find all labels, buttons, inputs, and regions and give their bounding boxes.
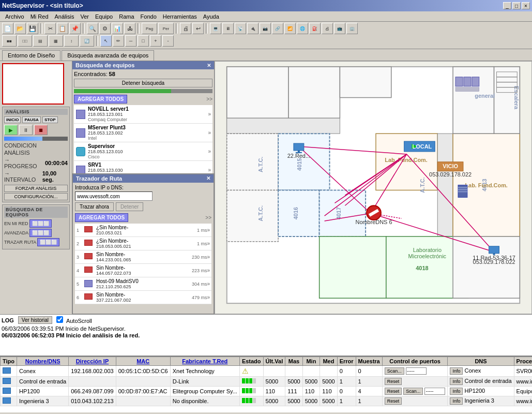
device-tb5[interactable]: 📷 xyxy=(260,23,271,34)
map-server-mid[interactable] xyxy=(458,185,467,198)
info-btn-3[interactable]: Info xyxy=(450,388,463,395)
menu-rama[interactable]: Rama xyxy=(116,12,137,21)
th-control[interactable]: Control de puertos xyxy=(382,357,448,366)
tb-r2-2[interactable]: □□ xyxy=(18,35,32,47)
tb-r2-6[interactable]: 🔄 xyxy=(80,35,94,47)
copy-btn[interactable]: 📋 xyxy=(57,23,68,34)
device-tb4[interactable]: 🔌 xyxy=(247,23,259,34)
device-tb12[interactable]: 🏢 xyxy=(346,23,358,34)
new-btn[interactable]: 📄 xyxy=(2,23,13,34)
route-add-all-btn[interactable]: AGREGAR TODOS xyxy=(75,213,128,222)
paste-btn[interactable]: 📌 xyxy=(69,23,81,34)
th-ultval[interactable]: Últ.Val xyxy=(263,357,285,366)
device-tb2[interactable]: 🖥 xyxy=(222,23,234,34)
tab-search[interactable]: Búsqueda avanzada de equipos xyxy=(62,50,154,61)
info-btn-4[interactable]: Info xyxy=(450,397,463,405)
trazar-ruta-btn[interactable]: ⬜⬜⬜ xyxy=(37,238,59,246)
menu-equipo[interactable]: Equipo xyxy=(92,12,116,21)
pause-btn[interactable]: ⏸ xyxy=(19,125,33,135)
table-row[interactable]: Control de entrada D-Link 5000 5000 5000… xyxy=(1,377,533,387)
scan-btn-3[interactable]: Scan... xyxy=(403,388,423,395)
zoom-in-tool[interactable]: + xyxy=(150,35,161,47)
menu-analisis[interactable]: Análisis xyxy=(52,12,78,21)
info-btn-1[interactable]: Info xyxy=(450,367,463,375)
tb7[interactable]: Pag xyxy=(142,23,157,34)
draw-tool[interactable]: ✏ xyxy=(113,35,124,47)
menu-fondo[interactable]: Fondo xyxy=(138,12,160,21)
th-muestra[interactable]: Muestra xyxy=(356,357,382,366)
route-item-4[interactable]: 4 Sin Nombre- 144.057.022.073 223 ms » xyxy=(75,264,211,277)
autoscroll-checkbox[interactable] xyxy=(56,316,63,323)
local-device[interactable]: LOCAL xyxy=(404,141,435,152)
device-tb9[interactable]: ⛽ xyxy=(309,23,321,34)
en-mi-red-btn[interactable]: ⬜⬜⬜ xyxy=(29,219,52,228)
tab-design[interactable]: Entorno de Diseño xyxy=(2,50,60,61)
route-close[interactable]: ✕ xyxy=(206,175,210,182)
line-tool[interactable]: ─ xyxy=(125,35,136,47)
tb-r2-1[interactable]: ■■ xyxy=(2,35,17,47)
play-btn[interactable]: ▶ xyxy=(4,125,18,135)
route-item-1[interactable]: 1 ¿Sin Nombre- 210.053.021 1 ms » xyxy=(75,224,211,237)
scan-btn-1[interactable]: Scan... xyxy=(385,367,404,375)
rect-tool[interactable]: □ xyxy=(138,35,149,47)
force-analysis-btn[interactable]: FORZAR ANÁLISIS xyxy=(4,185,68,192)
save-btn[interactable]: 💾 xyxy=(27,23,38,34)
tb6[interactable]: 🖧 xyxy=(124,23,135,34)
info-btn-2[interactable]: Info xyxy=(450,378,463,385)
th-fabricante[interactable]: Fabricante T.Red xyxy=(170,357,239,366)
cut-btn[interactable]: ✂ xyxy=(44,23,56,34)
device-tb3[interactable]: 📡 xyxy=(235,23,246,34)
th-mac[interactable]: MAC xyxy=(116,357,170,366)
table-row[interactable]: HP1200 066.249.087.099 00:0D:87:00:E7:AC… xyxy=(1,387,533,396)
table-row[interactable]: Conex 192.168.002.003 00:05:1C:0D:5D:C6 … xyxy=(1,366,533,377)
device-tb7[interactable]: 📶 xyxy=(284,23,296,34)
port-input-3[interactable] xyxy=(424,388,445,395)
tb-r2-5[interactable]: ↕ xyxy=(64,35,79,47)
menu-mired[interactable]: Mi Red xyxy=(27,12,52,21)
close-btn[interactable]: × xyxy=(522,2,530,9)
tb8[interactable]: Per xyxy=(158,23,174,34)
add-all-btn[interactable]: AGREGAR TODOS xyxy=(74,95,127,103)
device-tb10[interactable]: 🖨 xyxy=(322,23,333,34)
device-tb1[interactable]: 💻 xyxy=(210,23,221,34)
stop-search-btn[interactable]: Detener búsqueda xyxy=(74,79,212,87)
th-med[interactable]: Med xyxy=(320,357,337,366)
open-btn[interactable]: 📂 xyxy=(14,23,26,34)
th-min[interactable]: Min xyxy=(302,357,320,366)
reset-btn-4[interactable]: Reset xyxy=(385,397,402,405)
th-nombre[interactable]: Nombre/DNS xyxy=(17,357,69,366)
tb3[interactable]: 🔍 xyxy=(87,23,98,34)
tb-r2-3[interactable]: ▤ xyxy=(33,35,48,47)
trace-btn[interactable]: Trazar ahora xyxy=(75,202,114,211)
device-tb6[interactable]: 🔗 xyxy=(272,23,283,34)
menu-ver[interactable]: Ver xyxy=(77,12,92,21)
th-ip[interactable]: Dirección IP xyxy=(69,357,116,366)
tb5[interactable]: 📊 xyxy=(112,23,123,34)
port-input-1[interactable] xyxy=(406,367,427,375)
device-item[interactable]: NOVELL server1 218.053.123.001 Compaq Co… xyxy=(74,105,212,124)
menu-herramientas[interactable]: Herramientas xyxy=(160,12,200,21)
menu-archivo[interactable]: Archivo xyxy=(2,12,27,21)
route-item-6[interactable]: 6 Sin Nombre- 337.221.067.002 479 ms » xyxy=(75,291,211,304)
search-results-close[interactable]: ✕ xyxy=(207,63,211,68)
device-item-2[interactable]: MServer Plunt3 218.053.123.002 Intel » xyxy=(74,124,212,142)
stop-btn[interactable]: ⏹ xyxy=(34,125,48,135)
device-item-3[interactable]: Supervisor 218.053.123.010 Cisco » xyxy=(74,142,212,161)
th-error[interactable]: Error xyxy=(337,357,356,366)
route-item-5[interactable]: 5 Host-09 MadriSV0 212.110.250.625 304 m… xyxy=(75,277,211,291)
route-item-2[interactable]: 2 ¿Sin Nombre- 218.053.005.021 1 ms » xyxy=(75,237,211,250)
network-map[interactable]: 4015 4016 4017 4013 general Escalera A.T… xyxy=(215,61,532,314)
minimize-btn[interactable]: _ xyxy=(503,2,511,9)
reset-btn-2[interactable]: Reset xyxy=(385,378,402,385)
device-tb11[interactable]: 📺 xyxy=(334,23,345,34)
tb-r2-4[interactable]: ▦ xyxy=(49,35,63,47)
route-item-3[interactable]: 3 Sin Nombre- 144.233.001.065 230 ms » xyxy=(75,250,211,264)
autoscroll-label[interactable]: AutoScroll xyxy=(56,316,92,324)
avanzada-btn[interactable]: ⬜⬜⬜ xyxy=(29,229,52,237)
th-tipo[interactable]: Tipo xyxy=(1,357,17,366)
tb10[interactable]: ↩ xyxy=(192,23,204,34)
table-row[interactable]: Ingenieria 3 010.043.102.213 No disponib… xyxy=(1,396,533,406)
maximize-btn[interactable]: □ xyxy=(512,2,521,9)
device-item-4[interactable]: SRV1 218.053.123.030 Hewlett Packard » xyxy=(74,161,212,174)
config-btn[interactable]: CONFIGURACIÓN... xyxy=(4,193,68,200)
